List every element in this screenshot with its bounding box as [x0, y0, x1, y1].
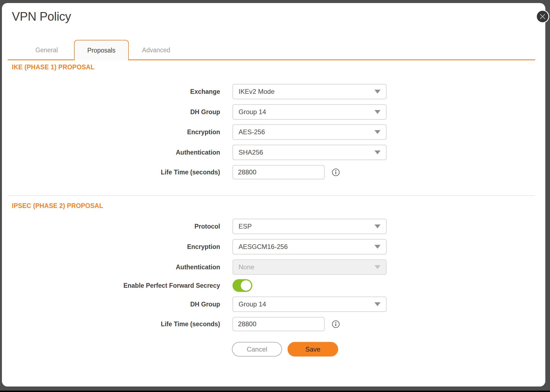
close-button[interactable] — [536, 10, 549, 23]
ipsec-encryption-select-value: AESGCM16-256 — [239, 243, 374, 251]
ike-dh-group-row: DH Group Group 14 — [12, 104, 387, 120]
ike-encryption-label: Encryption — [12, 128, 220, 136]
ike-life-time-input[interactable] — [232, 165, 325, 179]
chevron-down-icon — [374, 265, 381, 269]
ike-authentication-label: Authentication — [12, 149, 220, 156]
exchange-label: Exchange — [12, 88, 220, 95]
tab-proposals-label: Proposals — [87, 47, 115, 54]
section-divider — [8, 195, 535, 196]
ipsec-life-time-input[interactable] — [232, 317, 325, 331]
protocol-label: Protocol — [12, 223, 220, 230]
protocol-row: Protocol ESP — [12, 219, 387, 234]
ike-dh-group-select-value: Group 14 — [239, 108, 374, 116]
save-button[interactable]: Save — [288, 342, 338, 357]
chevron-down-icon — [374, 245, 381, 249]
tab-advanced-label: Advanced — [142, 46, 170, 54]
pfs-toggle[interactable] — [232, 279, 252, 292]
info-icon-glyph — [332, 320, 340, 328]
tab-advanced[interactable]: Advanced — [129, 40, 184, 60]
ipsec-section-title: IPSEC (PHASE 2) PROPOSAL — [12, 202, 103, 210]
chevron-down-icon — [374, 302, 381, 306]
chevron-down-icon — [374, 130, 381, 134]
tab-general-label: General — [35, 46, 58, 54]
ipsec-encryption-select[interactable]: AESGCM16-256 — [232, 239, 387, 254]
info-icon-glyph — [332, 168, 340, 176]
ike-encryption-row: Encryption AES-256 — [12, 124, 387, 140]
ipsec-encryption-row: Encryption AESGCM16-256 — [12, 239, 387, 254]
protocol-select[interactable]: ESP — [232, 219, 387, 234]
ipsec-dh-group-row: DH Group Group 14 — [12, 297, 387, 312]
ipsec-dh-group-select[interactable]: Group 14 — [232, 297, 387, 312]
ike-encryption-select-value: AES-256 — [239, 128, 374, 136]
ike-encryption-select[interactable]: AES-256 — [232, 124, 387, 140]
ike-authentication-select-value: SHA256 — [239, 149, 374, 156]
exchange-select[interactable]: IKEv2 Mode — [232, 84, 387, 99]
chevron-down-icon — [374, 150, 381, 154]
protocol-select-value: ESP — [239, 223, 374, 230]
tab-bar: General Proposals Advanced — [8, 40, 535, 60]
ipsec-authentication-label: Authentication — [12, 264, 220, 271]
cancel-button[interactable]: Cancel — [232, 342, 282, 357]
exchange-select-value: IKEv2 Mode — [239, 88, 374, 95]
ipsec-dh-group-label: DH Group — [12, 301, 220, 308]
ipsec-life-time-row: Life Time (seconds) — [12, 317, 340, 331]
ipsec-authentication-select-value: None — [239, 263, 374, 271]
chevron-down-icon — [374, 90, 381, 94]
ipsec-encryption-label: Encryption — [12, 243, 220, 251]
vpn-policy-dialog: VPN Policy General Proposals Advanced IK… — [2, 3, 545, 386]
tabs-container: General Proposals Advanced — [19, 40, 184, 60]
ike-life-time-label: Life Time (seconds) — [12, 169, 220, 176]
ike-authentication-row: Authentication SHA256 — [12, 145, 387, 160]
chevron-down-icon — [374, 224, 381, 228]
ipsec-life-time-label: Life Time (seconds) — [12, 320, 220, 328]
tab-general[interactable]: General — [19, 40, 74, 60]
chevron-down-icon — [374, 110, 381, 114]
bottom-screen-edge — [0, 391, 550, 392]
ipsec-authentication-row: Authentication None — [12, 259, 387, 275]
toggle-knob — [241, 280, 251, 291]
pfs-row: Enable Perfect Forward Secrecy — [12, 279, 252, 292]
info-icon[interactable] — [332, 168, 340, 176]
pfs-label: Enable Perfect Forward Secrecy — [12, 282, 220, 289]
page-background: VPN Policy General Proposals Advanced IK… — [0, 0, 550, 392]
ipsec-authentication-select: None — [232, 259, 387, 275]
page-title: VPN Policy — [12, 10, 71, 23]
ike-dh-group-label: DH Group — [12, 108, 220, 116]
ike-life-time-row: Life Time (seconds) — [12, 165, 340, 179]
action-buttons: Cancel Save — [12, 342, 338, 357]
ike-authentication-select[interactable]: SHA256 — [232, 145, 387, 160]
close-icon — [539, 13, 546, 20]
ike-dh-group-select[interactable]: Group 14 — [232, 104, 387, 120]
tab-proposals[interactable]: Proposals — [74, 40, 129, 60]
ike-section-title: IKE (PHASE 1) PROPOSAL — [12, 64, 95, 71]
exchange-row: Exchange IKEv2 Mode — [12, 84, 387, 99]
info-icon[interactable] — [332, 320, 340, 328]
ipsec-dh-group-select-value: Group 14 — [239, 300, 374, 308]
